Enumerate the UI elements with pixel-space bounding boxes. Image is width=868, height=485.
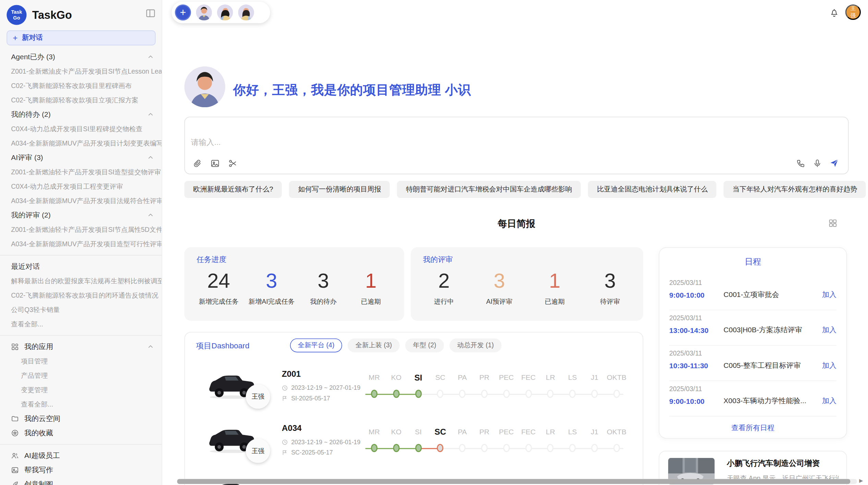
add-agent-button[interactable]: + bbox=[175, 4, 191, 21]
project-owner-badge: 王强 bbox=[246, 439, 270, 463]
milestone-dot-done bbox=[371, 444, 377, 452]
chat-input-card bbox=[184, 117, 849, 174]
apps-view-all[interactable]: 查看全部... bbox=[0, 397, 162, 411]
card-title: 我的评审 bbox=[423, 255, 631, 265]
sidebar-item[interactable]: A034-全新新能源MUV产品开发项目造型可行性评审 bbox=[0, 237, 162, 251]
agent-avatar-2[interactable] bbox=[217, 4, 233, 21]
sidebar: Task Go TaskGo + 新对话 Agent已办 (3) Z001-全新… bbox=[0, 0, 162, 485]
section-header-recent-chats: 最近对话 bbox=[0, 259, 162, 274]
sidebar-item[interactable]: Z001-全新燃油轻卡产品开发项目SI造型提交物评审 bbox=[0, 165, 162, 179]
sidebar-item[interactable]: A034-全新新能源MUV产品开发项目计划变更表编写 bbox=[0, 136, 162, 150]
sidebar-item-project-mgmt[interactable]: 项目管理 bbox=[0, 354, 162, 368]
sidebar-item-product-mgmt[interactable]: 产品管理 bbox=[0, 368, 162, 383]
sidebar-item-change-mgmt[interactable]: 变更管理 bbox=[0, 383, 162, 397]
schedule-item: 2025/03/11 9:00-10:00 X003-车辆动力学性能验... 加… bbox=[669, 381, 836, 416]
milestone-dot bbox=[503, 444, 510, 452]
microphone-icon[interactable] bbox=[813, 158, 823, 168]
suggestion-chip[interactable]: 特朗普可能对进口汽车增税会对中国车企造成哪些影响 bbox=[397, 181, 581, 198]
project-row[interactable]: 王强 A034 2023-12-19 ~ 2026-01-19 SC-2025-… bbox=[185, 419, 642, 473]
attachment-icons bbox=[193, 158, 238, 168]
sidebar-item[interactable]: C02-飞腾新能源轻客改款项目里程碑画布 bbox=[0, 78, 162, 93]
section-header-my-todo[interactable]: 我的待办 (2) bbox=[0, 107, 162, 122]
project-owner-badge: 王强 bbox=[246, 384, 270, 409]
phone-icon[interactable] bbox=[796, 158, 806, 168]
feather-pen-icon bbox=[11, 481, 19, 485]
chat-input[interactable] bbox=[190, 137, 690, 147]
sidebar-collapse-icon[interactable] bbox=[145, 8, 156, 19]
notifications-bell-icon[interactable] bbox=[829, 7, 840, 18]
clock-icon bbox=[282, 439, 288, 445]
send-icon[interactable] bbox=[829, 158, 839, 168]
schedule-date: 2025/03/11 bbox=[669, 345, 836, 358]
join-meeting-link[interactable]: 加入 bbox=[822, 325, 836, 335]
sidebar-item-help-me-write[interactable]: 帮我写作 bbox=[0, 463, 162, 477]
logo-line2: Go bbox=[13, 15, 20, 21]
tab-new-body[interactable]: 全新上装 (3) bbox=[348, 338, 400, 352]
sidebar-item-creative-drawing[interactable]: 创意制图 bbox=[0, 477, 162, 485]
milestone-track: MR KO SI SC PA PR PEC FEC LR LS J1 OKTB bbox=[363, 426, 628, 460]
logo-line1: Task bbox=[11, 9, 22, 15]
chevron-up-icon bbox=[147, 54, 154, 60]
scissors-icon[interactable] bbox=[228, 158, 238, 168]
scrollbar-thumb[interactable] bbox=[177, 479, 851, 484]
milestone-dot bbox=[569, 390, 576, 398]
tab-powertrain[interactable]: 动总开发 (1) bbox=[449, 338, 502, 352]
section-header-ai-review[interactable]: AI评审 (3) bbox=[0, 150, 162, 165]
suggestion-chip[interactable]: 比亚迪全固态电池计划具体说了什么 bbox=[588, 181, 717, 198]
suggestion-chip[interactable]: 当下年轻人对汽车外观有怎样的喜好趋势 bbox=[724, 181, 866, 198]
agent-avatar-3[interactable] bbox=[238, 4, 254, 21]
sidebar-item-my-apps[interactable]: 我的应用 bbox=[0, 339, 162, 354]
recent-chat-item[interactable]: C02-飞腾新能源轻客改款项目的闭环通告反馈情况 bbox=[0, 288, 162, 302]
recent-view-all[interactable]: 查看全部... bbox=[0, 317, 162, 331]
sidebar-item[interactable]: Z001-全新燃油皮卡产品开发项目SI节点Lesson Learn报告 bbox=[0, 64, 162, 78]
schedule-meeting-title: C005-整车工程目标评审 bbox=[724, 361, 801, 371]
paperclip-icon[interactable] bbox=[193, 158, 203, 168]
user-avatar[interactable]: 王强 bbox=[845, 4, 861, 20]
divider bbox=[0, 255, 162, 256]
image-icon bbox=[11, 466, 19, 474]
join-meeting-link[interactable]: 加入 bbox=[822, 361, 836, 371]
agent-avatar-1[interactable] bbox=[196, 4, 212, 21]
milestone-dot bbox=[547, 444, 554, 452]
milestone-dot-current bbox=[415, 390, 421, 398]
horizontal-scrollbar[interactable] bbox=[177, 479, 857, 484]
assistant-avatar bbox=[184, 66, 225, 107]
recent-chat-item[interactable]: 解释最新出台的欧盟报废车法规再生塑料比例被调至15%... bbox=[0, 274, 162, 288]
milestone-dot-overdue bbox=[437, 444, 444, 452]
schedule-title: 日程 bbox=[659, 257, 846, 267]
suggestion-chip[interactable]: 如何写一份清晰的项目周报 bbox=[289, 181, 390, 198]
join-meeting-link[interactable]: 加入 bbox=[822, 396, 836, 406]
schedule-date: 2025/03/11 bbox=[669, 381, 836, 393]
milestone-dot bbox=[459, 390, 466, 398]
section-header-my-review[interactable]: 我的评审 (2) bbox=[0, 208, 162, 222]
view-all-schedule-link[interactable]: 查看所有日程 bbox=[659, 423, 846, 434]
section-header-agent-done[interactable]: Agent已办 (3) bbox=[0, 50, 162, 64]
tab-year-model[interactable]: 年型 (2) bbox=[405, 338, 444, 352]
sidebar-item[interactable]: C0X4-动力总成开发项目工程变更评审 bbox=[0, 179, 162, 194]
stat-in-progress: 2 进行中 bbox=[425, 268, 463, 306]
milestone-dot-done bbox=[393, 390, 399, 398]
briefing-layout-icon[interactable] bbox=[828, 219, 837, 228]
sidebar-item-favorites[interactable]: 我的收藏 bbox=[0, 426, 162, 440]
suggestion-chip[interactable]: 欧洲新规最近颁布了什么? bbox=[184, 181, 282, 198]
schedule-meeting-title: C001-立项审批会 bbox=[724, 290, 779, 300]
sidebar-item[interactable]: C02-飞腾新能源轻客改款项目立项汇报方案 bbox=[0, 93, 162, 107]
new-chat-button[interactable]: + 新对话 bbox=[7, 30, 155, 46]
join-meeting-link[interactable]: 加入 bbox=[822, 290, 836, 300]
sidebar-item-cloud-space[interactable]: 我的云空间 bbox=[0, 411, 162, 426]
stat-new-ai-completed: 3 新增AI完成任务 bbox=[249, 268, 295, 306]
sidebar-item[interactable]: Z001-全新燃油轻卡产品开发项目SI节点属性5D文件评审 bbox=[0, 222, 162, 237]
schedule-item: 2025/03/11 13:00-14:30 C003|H0B-方案冻结评审 加… bbox=[669, 310, 836, 346]
project-date-range: 2023-12-19 ~ 2026-01-19 bbox=[282, 439, 360, 445]
my-review-card: 我的评审 2 进行中 3 AI预评审 1 已逾期 3 待评审 bbox=[411, 247, 643, 321]
recent-chat-item[interactable]: 公司Q3轻卡销量 bbox=[0, 302, 162, 317]
milestone-dot bbox=[525, 390, 532, 398]
scrollbar-arrow-icon[interactable]: ▶ bbox=[859, 478, 863, 483]
image-upload-icon[interactable] bbox=[210, 158, 220, 168]
tab-all-new-platform[interactable]: 全新平台 (4) bbox=[290, 338, 342, 352]
sidebar-item-ai-super-staff[interactable]: AI超级员工 bbox=[0, 449, 162, 463]
project-row[interactable]: 王强 Z001 2023-12-19 ~ 2027-01-19 SI-2025-… bbox=[185, 364, 642, 419]
chevron-up-icon bbox=[147, 111, 154, 118]
sidebar-item[interactable]: A034-全新新能源MUV产品开发项目法规符合性评审 bbox=[0, 194, 162, 208]
sidebar-item[interactable]: C0X4-动力总成开发项目SI里程碑提交物检查 bbox=[0, 122, 162, 136]
